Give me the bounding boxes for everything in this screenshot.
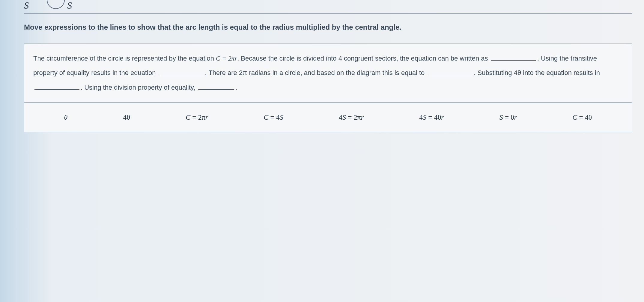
proof-part2: . Because the circle is divided into 4 c…	[237, 55, 490, 62]
option-4theta[interactable]: 4θ	[123, 113, 130, 121]
proof-part7: .	[235, 84, 237, 91]
instruction-text: Move expressions to the lines to show th…	[24, 23, 632, 31]
blank-1[interactable]	[491, 54, 536, 61]
proof-part4: . There are 2π radians in a circle, and …	[205, 69, 427, 76]
option-c-2pir[interactable]: C = 2πr	[186, 113, 208, 121]
option-4s-4thetar[interactable]: 4S = 4θr	[419, 113, 444, 121]
blank-5[interactable]	[198, 83, 234, 90]
blank-3[interactable]	[428, 68, 473, 75]
top-diagram-row: S S	[24, 0, 632, 14]
option-s-thetar[interactable]: S = θr	[499, 113, 517, 121]
proof-part6: . Using the division property of equalit…	[81, 84, 197, 91]
blank-4[interactable]	[34, 83, 79, 90]
option-4s-2pir[interactable]: 4S = 2πr	[339, 113, 364, 121]
proof-text: The circumference of the circle is repre…	[33, 51, 623, 95]
option-c-4s[interactable]: C = 4S	[264, 113, 283, 121]
proof-paragraph-box: The circumference of the circle is repre…	[24, 43, 632, 103]
option-theta[interactable]: θ	[64, 113, 68, 121]
proof-eq1: C = 2πr	[216, 55, 237, 62]
arc-curve	[47, 0, 65, 9]
option-c-4theta[interactable]: C = 4θ	[572, 113, 592, 121]
proof-part1: The circumference of the circle is repre…	[33, 55, 216, 62]
arc-label-left: S	[24, 0, 29, 11]
blank-2[interactable]	[159, 68, 204, 75]
proof-part5: . Substituting 4θ into the equation resu…	[474, 69, 600, 76]
answer-bank: θ 4θ C = 2πr C = 4S 4S = 2πr 4S = 4θr S …	[24, 103, 632, 132]
arc-label-right: S	[67, 0, 72, 11]
